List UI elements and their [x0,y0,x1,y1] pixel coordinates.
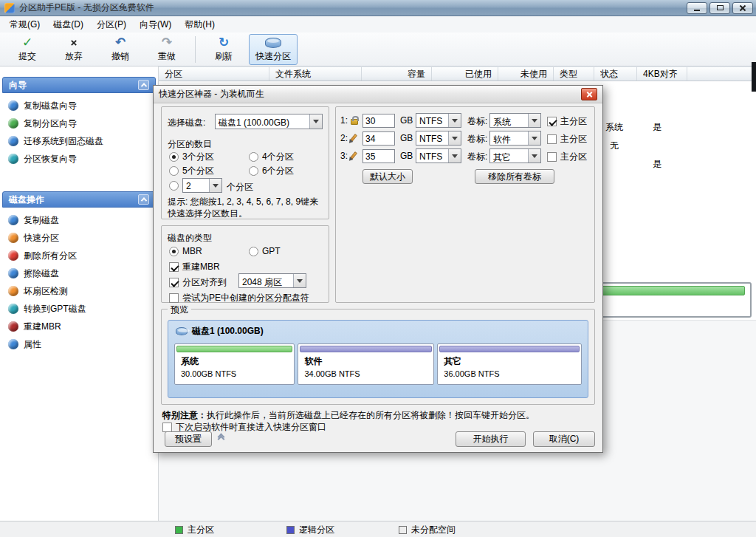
rebuild-mbr-checkbox[interactable] [169,262,179,272]
primary-option-1[interactable]: 主分区 [547,115,587,128]
column-type[interactable]: 类型 [554,67,594,81]
double-chevron-up-icon[interactable] [219,434,224,442]
column-status[interactable]: 状态 [594,67,637,81]
maximize-button[interactable] [709,2,730,14]
disk-select-combo[interactable]: 磁盘1 (100.00GB) [215,114,323,129]
dropdown-arrow-icon[interactable] [309,114,322,129]
radio-6-partitions[interactable] [249,166,258,176]
primary-checkbox-3[interactable] [547,152,557,162]
dialog-close-button[interactable] [581,88,597,100]
column-capacity[interactable]: 容量 [362,67,432,81]
primary-checkbox-1[interactable] [547,117,557,126]
menu-item-help[interactable]: 帮助(H) [178,16,221,33]
sidebar-item-label: 迁移系统到固态磁盘 [24,135,103,148]
primary-option-3[interactable]: 主分区 [547,151,587,163]
filesystem-combo-1[interactable]: NTFS [416,113,461,128]
dropdown-arrow-icon[interactable] [448,131,461,145]
volume-label-combo-1[interactable]: 系统 [489,113,541,128]
dropdown-arrow-icon[interactable] [528,149,540,163]
column-filesystem[interactable]: 文件系统 [269,67,362,81]
volume-label-combo-2[interactable]: 软件 [489,131,541,146]
submit-button[interactable]: ✓ 提交 [6,34,49,65]
size-input-3[interactable] [362,149,395,163]
disk-preview-panel: 磁盘1 (100.00GB) 系统 30.00GB NTFS 软件 34.00G… [168,320,588,398]
mbr-option[interactable]: MBR [169,246,202,256]
primary-option-2[interactable]: 主分区 [547,133,587,146]
rebuild-mbr-option[interactable]: 重建MBR [169,261,220,273]
custom-count-radio[interactable] [169,181,179,191]
undo-button[interactable]: ↶ 撤销 [99,34,142,65]
preview-partition-other[interactable]: 其它 36.00GB NTFS [437,343,582,385]
refresh-button[interactable]: ↻ 刷新 [202,34,245,65]
sidebar-item-partition-recovery-wizard[interactable]: 分区恢复向导 [2,150,156,168]
disk-operations-collapse-button[interactable] [138,194,149,205]
refresh-label: 刷新 [215,50,233,63]
radio-3-partitions[interactable] [169,152,179,162]
dropdown-arrow-icon[interactable] [293,274,306,287]
dropdown-arrow-icon[interactable] [448,149,461,163]
filesystem-combo-2[interactable]: NTFS [416,131,461,146]
pe-letter-option[interactable]: 尝试为PE中创建的分区分配盘符 [169,292,309,304]
preview-partition-system[interactable]: 系统 30.00GB NTFS [174,343,295,385]
align-combo[interactable]: 2048 扇区 [238,273,306,288]
radio-4-partitions[interactable] [249,152,258,162]
size-input-1[interactable] [362,114,395,128]
volume-label-combo-3[interactable]: 其它 [489,148,541,163]
gpt-radio[interactable] [249,247,258,256]
sidebar-item-rebuild-mbr[interactable]: 重建MBR [2,318,156,335]
sidebar-item-wipe-disk[interactable]: 擦除磁盘 [2,264,156,282]
filesystem-combo-3[interactable]: NTFS [416,148,461,163]
dropdown-arrow-icon[interactable] [528,114,540,127]
preset-button[interactable]: 预设置 [165,431,212,447]
legend-label: 未分配空间 [411,524,456,536]
column-used[interactable]: 已使用 [432,67,498,81]
count-option-4[interactable]: 4个分区 [249,151,294,163]
partition-detail: 36.00GB NTFS [438,368,581,378]
start-button[interactable]: 开始执行 [456,431,526,447]
redo-button[interactable]: ↷ 重做 [145,34,188,65]
wizard-collapse-button[interactable] [138,80,149,90]
gpt-option[interactable]: GPT [249,246,281,256]
size-input-2[interactable] [362,131,395,146]
count-option-5[interactable]: 5个分区 [169,165,214,177]
minimize-button[interactable] [687,2,707,14]
sidebar-item-copy-partition-wizard[interactable]: 复制分区向导 [2,114,156,132]
pe-letter-checkbox[interactable] [169,293,179,303]
align-checkbox[interactable] [169,278,179,287]
menu-item-partition[interactable]: 分区(P) [90,16,133,33]
wipe-disk-icon [8,268,18,278]
mbr-radio[interactable] [169,247,179,256]
column-4kb-align[interactable]: 4KB对齐 [637,67,687,81]
menu-item-general[interactable]: 常规(G) [3,16,47,33]
dropdown-arrow-icon[interactable] [448,114,461,127]
column-partition[interactable]: 分区 [159,67,269,81]
dropdown-arrow-icon[interactable] [209,179,221,192]
close-button[interactable] [732,2,753,14]
sidebar-item-migrate-os-ssd[interactable]: 迁移系统到固态磁盘 [2,132,156,150]
remove-labels-button[interactable]: 移除所有卷标 [475,169,554,184]
menu-item-disk[interactable]: 磁盘(D) [47,16,90,33]
column-unused[interactable]: 未使用 [498,67,554,81]
count-option-3[interactable]: 3个分区 [169,151,214,163]
sidebar-item-delete-all-partitions[interactable]: 删除所有分区 [2,247,156,264]
menu-item-wizard[interactable]: 向导(W) [133,16,178,33]
align-option[interactable]: 分区对齐到 [169,276,227,289]
sidebar-item-quick-partition[interactable]: 快速分区 [2,229,156,247]
custom-count-combo[interactable]: 2 [182,178,222,193]
dropdown-arrow-icon[interactable] [528,131,540,145]
sidebar-item-convert-gpt[interactable]: 转换到GPT磁盘 [2,300,156,318]
default-size-button[interactable]: 默认大小 [362,169,413,184]
count-option-6[interactable]: 6个分区 [249,165,294,177]
sidebar-item-properties[interactable]: 属性 [2,335,156,353]
sidebar-item-bad-sector-check[interactable]: 坏扇区检测 [2,282,156,300]
window-title: 分区助手PE版 - 无损分区免费软件 [19,1,687,14]
primary-checkbox-2[interactable] [547,134,557,144]
quick-partition-button[interactable]: 快速分区 [249,34,298,65]
cancel-button[interactable]: 取消(C) [533,431,595,447]
preview-partition-software[interactable]: 软件 34.00GB NTFS [298,343,434,385]
radio-5-partitions[interactable] [169,166,179,176]
sidebar-item-copy-disk-wizard[interactable]: 复制磁盘向导 [2,97,156,114]
discard-button[interactable]: 放弃 [52,34,95,65]
partition-detail: 30.00GB NTFS [175,368,294,378]
sidebar-item-copy-disk[interactable]: 复制磁盘 [2,211,156,229]
